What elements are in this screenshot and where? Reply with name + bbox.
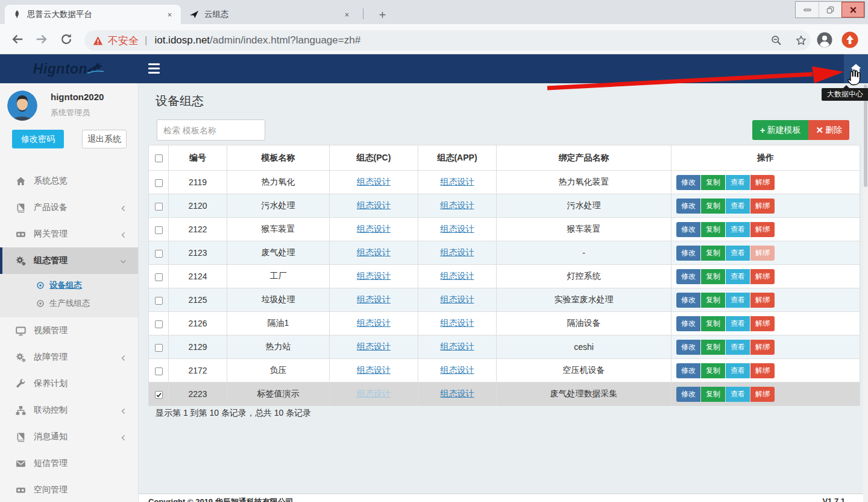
copy-button[interactable]: 复制 — [701, 293, 725, 308]
sidebar-item[interactable]: 空间管理 — [0, 477, 138, 502]
sidebar-subitem[interactable]: 设备组态 — [0, 276, 138, 294]
profile-avatar-icon[interactable] — [817, 32, 832, 48]
pc-config-link[interactable]: 组态设计 — [357, 365, 391, 375]
row-checkbox[interactable] — [155, 203, 163, 211]
copy-button[interactable]: 复制 — [701, 269, 725, 284]
view-button[interactable]: 查看 — [726, 316, 750, 331]
tab-close-icon[interactable] — [342, 10, 352, 20]
unbind-button[interactable]: 解绑 — [750, 246, 775, 261]
row-checkbox[interactable] — [155, 273, 163, 281]
view-button[interactable]: 查看 — [726, 175, 750, 190]
row-checkbox[interactable] — [155, 250, 163, 258]
view-button[interactable]: 查看 — [726, 222, 750, 237]
row-checkbox[interactable] — [155, 297, 163, 305]
bookmark-star-icon[interactable] — [796, 35, 807, 46]
copy-button[interactable]: 复制 — [701, 387, 725, 402]
extension-icon[interactable] — [841, 31, 858, 48]
bigdata-home-button[interactable] — [844, 54, 868, 83]
pc-config-link[interactable]: 组态设计 — [357, 271, 391, 281]
unbind-button[interactable]: 解绑 — [750, 222, 775, 237]
pc-config-link[interactable]: 组态设计 — [357, 318, 391, 328]
app-config-link[interactable]: 组态设计 — [441, 365, 474, 375]
address-bar[interactable]: 不安全 | iot.idosp.net/admin/index.html?lan… — [84, 30, 811, 51]
edit-button[interactable]: 修改 — [676, 363, 700, 378]
copy-button[interactable]: 复制 — [701, 316, 725, 331]
search-input[interactable] — [157, 119, 265, 141]
row-checkbox[interactable] — [155, 179, 163, 187]
copy-button[interactable]: 复制 — [701, 222, 725, 237]
sidebar-item[interactable]: 系统总览 — [0, 168, 138, 194]
sidebar-subitem[interactable]: 生产线组态 — [0, 294, 138, 313]
sidebar-item[interactable]: 网关管理 — [0, 221, 138, 247]
sidebar-item[interactable]: 短信管理 — [0, 450, 138, 477]
select-all-checkbox[interactable] — [155, 154, 163, 162]
copy-button[interactable]: 复制 — [701, 199, 725, 214]
edit-button[interactable]: 修改 — [676, 199, 700, 214]
pc-config-link[interactable]: 组态设计 — [357, 294, 391, 304]
view-button[interactable]: 查看 — [726, 340, 750, 355]
logout-button[interactable]: 退出系统 — [82, 130, 127, 148]
unbind-button[interactable]: 解绑 — [750, 293, 775, 308]
sidebar-item[interactable]: 故障管理 — [0, 344, 138, 370]
sidebar-item[interactable]: 产品设备 — [0, 194, 138, 221]
window-close-button[interactable] — [841, 2, 864, 17]
view-button[interactable]: 查看 — [726, 199, 750, 214]
pc-config-link[interactable]: 组态设计 — [357, 389, 391, 398]
app-config-link[interactable]: 组态设计 — [441, 247, 474, 257]
app-config-link[interactable]: 组态设计 — [441, 177, 474, 186]
unbind-button[interactable]: 解绑 — [750, 387, 775, 402]
zoom-out-icon[interactable] — [771, 35, 782, 46]
window-minimize-button[interactable] — [796, 2, 819, 17]
pc-config-link[interactable]: 组态设计 — [357, 247, 391, 257]
edit-button[interactable]: 修改 — [676, 246, 700, 261]
unbind-button[interactable]: 解绑 — [750, 363, 775, 378]
app-config-link[interactable]: 组态设计 — [441, 342, 474, 351]
edit-button[interactable]: 修改 — [676, 340, 700, 355]
sidebar-item[interactable]: 消息通知 — [0, 424, 138, 450]
pc-config-link[interactable]: 组态设计 — [357, 342, 391, 351]
view-button[interactable]: 查看 — [726, 269, 750, 284]
reload-icon[interactable] — [60, 33, 73, 46]
view-button[interactable]: 查看 — [726, 363, 750, 378]
unbind-button[interactable]: 解绑 — [750, 316, 775, 331]
edit-button[interactable]: 修改 — [676, 387, 700, 402]
menu-toggle-button[interactable] — [148, 63, 160, 74]
view-button[interactable]: 查看 — [726, 387, 750, 402]
delete-button[interactable]: ✕删除 — [808, 120, 849, 140]
app-config-link[interactable]: 组态设计 — [441, 271, 474, 281]
sidebar-item[interactable]: 保养计划 — [0, 370, 138, 397]
copy-button[interactable]: 复制 — [701, 246, 725, 261]
copy-button[interactable]: 复制 — [701, 340, 725, 355]
row-checkbox[interactable] — [155, 367, 163, 375]
edit-button[interactable]: 修改 — [676, 316, 700, 331]
sidebar-item[interactable]: 视频管理 — [0, 317, 138, 344]
view-button[interactable]: 查看 — [726, 246, 750, 261]
window-restore-button[interactable] — [819, 2, 841, 17]
copy-button[interactable]: 复制 — [701, 175, 725, 190]
row-checkbox[interactable] — [155, 226, 163, 234]
browser-tab-inactive[interactable]: 云组态 — [182, 5, 358, 24]
sidebar-item[interactable]: 组态管理 — [0, 247, 138, 274]
unbind-button[interactable]: 解绑 — [750, 199, 775, 214]
app-config-link[interactable]: 组态设计 — [441, 389, 474, 398]
unbind-button[interactable]: 解绑 — [750, 269, 775, 284]
app-config-link[interactable]: 组态设计 — [441, 318, 474, 328]
change-password-button[interactable]: 修改密码 — [12, 130, 64, 148]
pc-config-link[interactable]: 组态设计 — [357, 224, 391, 234]
row-checkbox[interactable] — [155, 344, 163, 352]
row-checkbox[interactable] — [155, 391, 163, 399]
app-config-link[interactable]: 组态设计 — [441, 200, 474, 210]
unbind-button[interactable]: 解绑 — [750, 175, 775, 190]
edit-button[interactable]: 修改 — [676, 222, 700, 237]
edit-button[interactable]: 修改 — [676, 175, 700, 190]
browser-tab-active[interactable]: 思普云大数据平台 — [5, 5, 181, 24]
sidebar-item[interactable]: 联动控制 — [0, 397, 138, 424]
unbind-button[interactable]: 解绑 — [750, 340, 775, 355]
copy-button[interactable]: 复制 — [701, 363, 725, 378]
app-config-link[interactable]: 组态设计 — [441, 224, 474, 234]
tab-close-icon[interactable] — [165, 10, 175, 20]
forward-icon[interactable] — [35, 33, 48, 46]
new-template-button[interactable]: +新建模板 — [752, 120, 809, 140]
back-icon[interactable] — [11, 33, 24, 46]
pc-config-link[interactable]: 组态设计 — [357, 177, 391, 186]
